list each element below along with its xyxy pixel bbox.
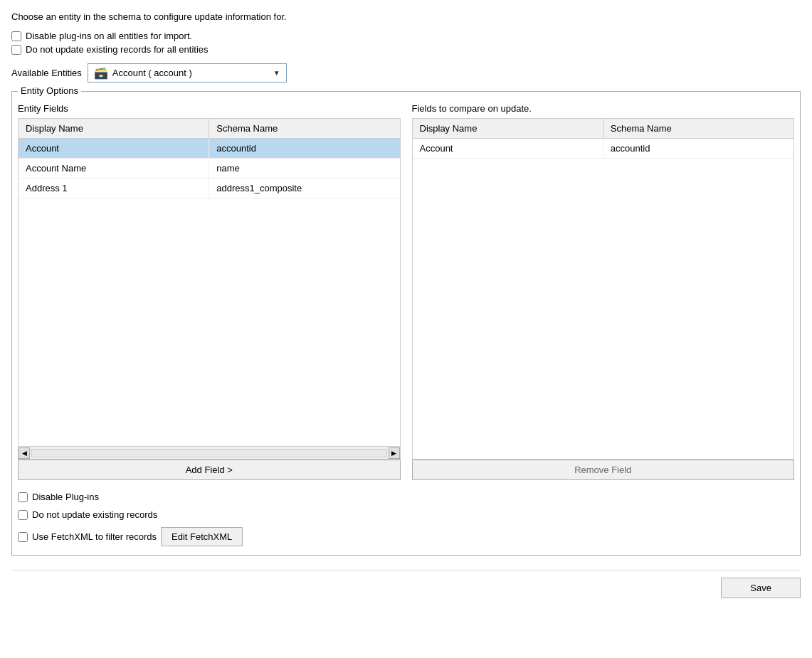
checkbox-row-disable-plugins[interactable]: Disable Plug-ins [18, 492, 794, 502]
save-button[interactable]: Save [721, 578, 801, 598]
checkbox-row-fetchxml[interactable]: Use FetchXML to filter records Edit Fetc… [18, 527, 794, 546]
checkbox-disable-plugins[interactable] [11, 31, 21, 41]
compare-fields-table-header: Display Name Schema Name [413, 119, 794, 139]
field-action-buttons-row: Add Field > Remove Field [18, 460, 794, 480]
entity-fields-row-1-schema: name [209, 159, 399, 178]
compare-fields-row-0-display: Account [413, 139, 603, 158]
compare-fields-table-body[interactable]: Account accountid [413, 139, 794, 459]
horizontal-scrollbar[interactable]: ◀ ▶ [19, 446, 400, 459]
entity-fields-label: Entity Fields [18, 103, 401, 114]
entity-fields-row-2-display: Address 1 [19, 179, 209, 198]
checkbox-row-no-update-entity[interactable]: Do not update existing records [18, 509, 794, 520]
remove-field-button[interactable]: Remove Field [412, 460, 795, 480]
global-checkbox-no-update[interactable]: Do not update existing records for all e… [11, 44, 801, 55]
available-entities-label: Available Entities [11, 68, 82, 78]
edit-fetchxml-button[interactable]: Edit FetchXML [161, 527, 243, 546]
table-row[interactable]: Account accountid [19, 139, 400, 159]
page-description: Choose an entity in the schema to config… [11, 11, 801, 22]
entity-fields-row-2-schema: address1_composite [209, 179, 399, 198]
tables-row: Display Name Schema Name Account account… [18, 118, 794, 460]
entity-checkboxes-section: Disable Plug-ins Do not update existing … [18, 492, 794, 549]
compare-fields-col-schema: Schema Name [603, 119, 793, 138]
checkbox-no-update[interactable] [11, 45, 21, 55]
checkbox-disable-plugins-entity[interactable] [18, 492, 28, 502]
entity-fields-table: Display Name Schema Name Account account… [18, 118, 401, 460]
entity-fields-row-0-schema: accountid [209, 139, 399, 158]
table-row[interactable]: Account Name name [19, 159, 400, 179]
scroll-right-btn[interactable]: ▶ [389, 447, 400, 459]
entity-dropdown[interactable]: 🗃️ Account ( account ) ▼ [88, 63, 287, 83]
table-row[interactable]: Address 1 address1_composite [19, 179, 400, 198]
checkbox-no-update-entity-label: Do not update existing records [32, 509, 157, 520]
fields-labels-row: Entity Fields Fields to compare on updat… [18, 103, 794, 114]
entity-fields-col-display: Display Name [19, 119, 209, 138]
entity-fields-col-schema: Schema Name [209, 119, 399, 138]
compare-fields-label: Fields to compare on update. [412, 103, 795, 114]
checkbox-no-update-entity[interactable] [18, 510, 28, 520]
entity-options-group: Entity Options Entity Fields Fields to c… [11, 91, 801, 556]
entity-icon: 🗃️ [94, 66, 108, 80]
table-row[interactable]: Account accountid [413, 139, 794, 159]
entity-dropdown-text: Account ( account ) [112, 68, 269, 78]
compare-fields-row-0-schema: accountid [603, 139, 793, 158]
entity-fields-table-body[interactable]: Account accountid Account Name name Addr… [19, 139, 400, 446]
checkbox-disable-plugins-label: Disable plug-ins on all entities for imp… [26, 31, 192, 41]
compare-fields-col-display: Display Name [413, 119, 603, 138]
checkbox-no-update-label: Do not update existing records for all e… [26, 44, 209, 55]
entity-fields-table-header: Display Name Schema Name [19, 119, 400, 139]
global-checkbox-disable-plugins[interactable]: Disable plug-ins on all entities for imp… [11, 31, 801, 41]
entity-fields-row-0-display: Account [19, 139, 209, 158]
entity-fields-row-1-display: Account Name [19, 159, 209, 178]
bottom-actions-row: Save [11, 570, 801, 598]
scroll-track[interactable] [31, 449, 387, 457]
entity-options-legend: Entity Options [18, 85, 81, 96]
add-field-button[interactable]: Add Field > [18, 460, 401, 480]
checkbox-fetchxml-label: Use FetchXML to filter records [32, 531, 157, 542]
chevron-down-icon: ▼ [273, 69, 280, 77]
available-entities-row: Available Entities 🗃️ Account ( account … [11, 63, 801, 83]
compare-fields-table: Display Name Schema Name Account account… [412, 118, 795, 460]
checkbox-fetchxml[interactable] [18, 532, 28, 542]
checkbox-disable-plugins-entity-label: Disable Plug-ins [32, 492, 99, 502]
scroll-left-btn[interactable]: ◀ [19, 447, 30, 459]
